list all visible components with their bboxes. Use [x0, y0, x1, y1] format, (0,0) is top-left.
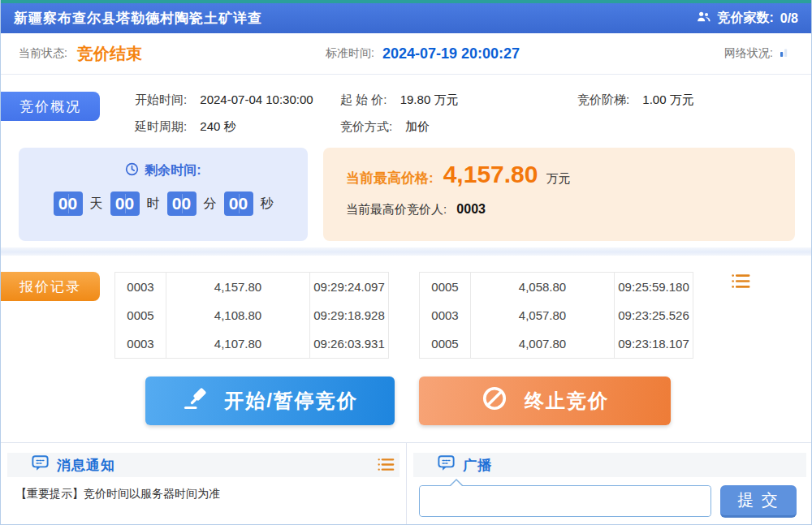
title-bar: 新疆察布查尔县塔勒德村陶瓷土矿详查 竞价家数: 0/8 [1, 3, 811, 33]
bidder-count: 竞价家数: 0/8 [697, 10, 798, 27]
highest-bidder-value: 0003 [456, 202, 486, 216]
highest-bidder-label: 当前最高价竞价人: [346, 202, 447, 216]
standard-time-value: 2024-07-19 20:00:27 [382, 45, 520, 62]
bid-cell: 0003 [115, 329, 166, 358]
field-delay-period: 延时周期: 240 秒 [135, 119, 236, 135]
bid-records-section: 报价记录 0003 4,157.80 09:29:24.097 0005 4,1… [1, 256, 811, 442]
highest-price-value: 4,157.80 [443, 161, 538, 188]
countdown-label: 剩余时间: [145, 162, 201, 179]
chat-bubble-icon [32, 455, 49, 475]
countdown-panel: 剩余时间: 00 天 00 时 00 分 00 秒 [19, 148, 308, 241]
page-title: 新疆察布查尔县塔勒德村陶瓷土矿详查 [14, 9, 262, 28]
bid-cell: 09:25:59.180 [615, 273, 693, 301]
countdown-hours: 00 [110, 191, 140, 216]
field-start-time: 开始时间: 2024-07-04 10:30:00 [135, 93, 313, 108]
countdown-minutes-unit: 分 [204, 196, 217, 213]
bidder-count-value: 0/8 [780, 11, 798, 26]
field-delay-period-label: 延时周期: [135, 119, 187, 133]
message-notice-header: 消息通知 [7, 453, 400, 477]
countdown-digits: 00 天 00 时 00 分 00 秒 [19, 191, 308, 216]
field-bid-increment: 竞价阶梯: 1.00 万元 [577, 93, 694, 108]
clock-icon [125, 162, 139, 179]
field-start-time-value: 2024-07-04 10:30:00 [200, 93, 313, 106]
auction-window: 新疆察布查尔县塔勒德村陶瓷土矿详查 竞价家数: 0/8 当前状态: 竞价结束 标… [0, 0, 812, 525]
countdown-title: 剩余时间: [19, 162, 308, 179]
bid-cell: 09:29:24.097 [310, 273, 388, 301]
countdown-seconds: 00 [224, 191, 253, 216]
tab-bid-records: 报价记录 [1, 272, 100, 301]
countdown-days-unit: 天 [90, 196, 103, 213]
field-start-price-label: 起 始 价: [340, 93, 387, 106]
broadcast-title: 广播 [463, 456, 492, 475]
broadcast-input[interactable] [420, 486, 710, 516]
bid-cell: 4,058.80 [471, 273, 615, 301]
bid-cell: 4,157.80 [166, 273, 310, 301]
tab-auction-overview: 竞价概况 [1, 92, 100, 121]
prohibition-icon [481, 385, 508, 417]
section-divider [1, 247, 811, 256]
bid-cell: 0005 [115, 301, 166, 329]
message-notice-list-button[interactable] [378, 458, 395, 471]
highest-price-unit: 万元 [546, 171, 570, 187]
field-bid-mode: 竞价方式: 加价 [340, 119, 430, 135]
bid-cell: 4,057.80 [471, 301, 615, 329]
countdown-seconds-unit: 秒 [261, 196, 274, 213]
bid-table-left: 0003 4,157.80 09:29:24.097 0005 4,108.80… [114, 272, 389, 359]
gavel-icon [182, 385, 208, 416]
bidder-count-label: 竞价家数: [717, 10, 773, 27]
message-notice-title: 消息通知 [57, 456, 115, 475]
list-icon [732, 279, 750, 291]
broadcast-header: 广播 [413, 453, 806, 477]
terminate-bid-button[interactable]: 终止竞价 [419, 377, 671, 425]
field-bid-increment-label: 竞价阶梯: [577, 93, 629, 106]
field-start-time-label: 开始时间: [135, 93, 187, 106]
bid-records-list-button[interactable] [732, 273, 750, 289]
chat-bubble-icon [438, 455, 455, 475]
highest-bidder-line: 当前最高价竞价人: 0003 [346, 202, 795, 217]
bid-cell: 4,108.80 [166, 301, 310, 329]
countdown-hours-unit: 时 [147, 196, 160, 213]
network-status: 网络状况: [724, 33, 788, 74]
start-pause-bid-label: 开始/暂停竞价 [224, 388, 358, 414]
bid-cell: 4,107.80 [166, 329, 310, 358]
bid-cell: 4,007.80 [471, 329, 615, 358]
notice-message: 【重要提示】竞价时间以服务器时间为准 [15, 487, 220, 501]
message-notice-panel: 消息通知 【重要提示】竞价时间以服务器时间为准 [1, 443, 407, 525]
network-signal-icon [780, 46, 788, 61]
broadcast-input-wrapper [419, 485, 711, 517]
field-start-price-value: 19.80 万元 [400, 93, 459, 106]
broadcast-submit-button[interactable]: 提 交 [720, 485, 797, 518]
people-icon [697, 11, 710, 26]
standard-time: 标准时间: 2024-07-19 20:00:27 [326, 33, 520, 74]
current-status: 当前状态: 竞价结束 [19, 33, 142, 74]
bid-cell: 09:23:25.526 [615, 301, 693, 329]
countdown-days: 00 [54, 191, 83, 216]
bid-cell: 09:26:03.931 [310, 329, 388, 358]
bid-cell: 0005 [420, 329, 471, 358]
current-status-value: 竞价结束 [77, 43, 142, 65]
list-icon [378, 462, 395, 474]
field-bid-mode-label: 竞价方式: [340, 119, 392, 133]
bid-table-right: 0005 4,058.80 09:25:59.180 0003 4,057.80… [419, 272, 693, 359]
status-bar: 当前状态: 竞价结束 标准时间: 2024-07-19 20:00:27 网络状… [1, 33, 811, 75]
network-status-label: 网络状况: [724, 46, 773, 61]
field-delay-period-value: 240 秒 [200, 119, 235, 133]
bid-cell: 09:29:18.928 [310, 301, 388, 329]
bid-cell: 0003 [115, 273, 166, 301]
highest-price-panel: 当前最高价格: 4,157.80 万元 当前最高价竞价人: 0003 [323, 148, 795, 241]
bid-cell: 0003 [420, 301, 471, 329]
terminate-bid-label: 终止竞价 [525, 388, 609, 414]
field-bid-increment-value: 1.00 万元 [642, 93, 693, 106]
field-start-price: 起 始 价: 19.80 万元 [340, 93, 458, 108]
field-bid-mode-value: 加价 [405, 119, 430, 133]
highest-price-label: 当前最高价格: [346, 169, 434, 187]
current-status-label: 当前状态: [19, 46, 67, 61]
broadcast-panel: 广播 提 交 [407, 443, 812, 525]
bottom-section: 消息通知 【重要提示】竞价时间以服务器时间为准 [1, 442, 811, 525]
auction-overview-section: 竞价概况 开始时间: 2024-07-04 10:30:00 起 始 价: 19… [1, 75, 811, 247]
countdown-minutes: 00 [167, 191, 197, 216]
highest-price-line: 当前最高价格: 4,157.80 万元 [346, 161, 795, 188]
start-pause-bid-button[interactable]: 开始/暂停竞价 [145, 377, 395, 425]
bid-cell: 0005 [420, 273, 471, 301]
bid-cell: 09:23:18.107 [615, 329, 693, 358]
